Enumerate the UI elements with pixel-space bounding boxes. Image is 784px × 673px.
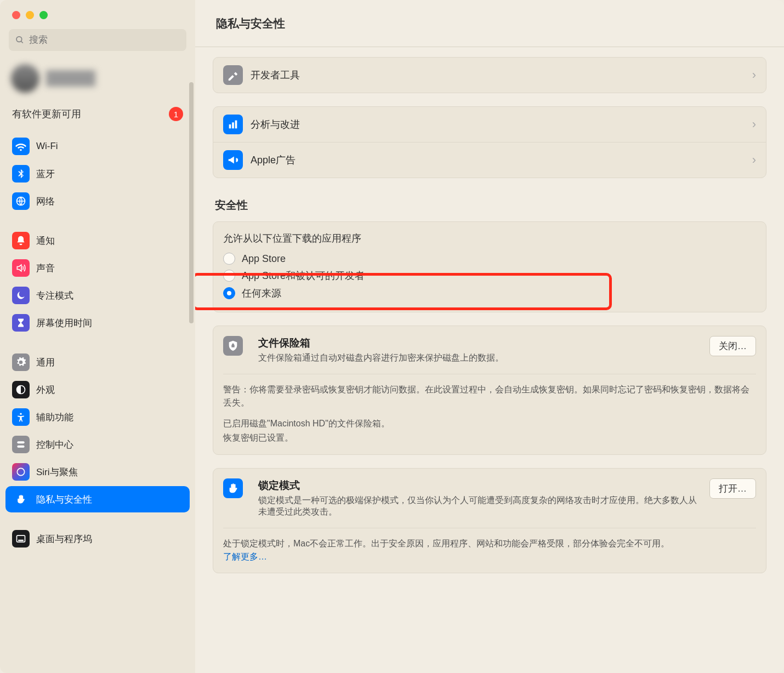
maximize-window-button[interactable] <box>39 11 48 19</box>
sidebar-item-label: Siri与聚焦 <box>36 466 78 478</box>
security-section-title: 安全性 <box>215 198 766 213</box>
row-label: Apple广告 <box>251 153 752 167</box>
sidebar-item-label: 隐私与安全性 <box>36 493 92 506</box>
search-input[interactable] <box>29 35 180 45</box>
sidebar-item-siri[interactable]: Siri与聚焦 <box>5 459 190 485</box>
sidebar-item-label: 外观 <box>36 384 55 396</box>
svg-point-7 <box>17 468 24 475</box>
user-name <box>46 70 95 87</box>
sidebar-item-label: 通知 <box>36 235 55 247</box>
sidebar-item-general[interactable]: 通用 <box>5 349 190 375</box>
svg-point-0 <box>16 37 22 42</box>
chevron-right-icon: › <box>752 117 756 132</box>
moon-icon <box>12 287 30 304</box>
filevault-status: 恢复密钥已设置。 <box>223 431 756 444</box>
row-developer-tools[interactable]: 开发者工具 › <box>213 58 766 93</box>
svg-line-1 <box>21 41 22 43</box>
learn-more-link[interactable]: 了解更多… <box>223 552 267 561</box>
switches-icon <box>12 436 30 453</box>
lockdown-title: 锁定模式 <box>258 478 702 493</box>
search-box[interactable] <box>9 29 186 51</box>
dock-icon <box>12 530 30 547</box>
sidebar-item-label: 通用 <box>36 356 55 369</box>
titlebar: 隐私与安全性 <box>195 0 784 47</box>
sidebar-scrollbar[interactable] <box>189 82 194 323</box>
speaker-icon <box>12 259 30 277</box>
chart-icon <box>223 115 243 134</box>
radio-icon <box>223 270 235 282</box>
sidebar-item-network[interactable]: 网络 <box>5 188 190 214</box>
sidebar-item-sound[interactable]: 声音 <box>5 255 190 281</box>
radio-icon <box>223 253 235 265</box>
minimize-window-button[interactable] <box>26 11 34 19</box>
filevault-warning: 警告：你将需要登录密码或恢复密钥才能访问数据。在此设置过程中，会自动生成恢复密钥… <box>223 383 756 409</box>
chevron-right-icon: › <box>752 153 756 167</box>
row-analytics[interactable]: 分析与改进 › <box>213 107 766 142</box>
bell-icon <box>12 232 30 249</box>
sidebar-item-control-center[interactable]: 控制中心 <box>5 431 190 458</box>
lockdown-desc: 锁定模式是一种可选的极端保护模式，仅当你认为个人可能遭受到高度复杂的网络攻击时才… <box>258 495 702 518</box>
svg-rect-6 <box>17 446 24 448</box>
svg-rect-9 <box>18 540 24 541</box>
software-update-row[interactable]: 有软件更新可用 1 <box>0 99 195 131</box>
siri-icon <box>12 463 30 481</box>
megaphone-icon <box>223 150 243 170</box>
svg-rect-5 <box>17 441 24 443</box>
radio-icon <box>223 287 235 299</box>
svg-rect-11 <box>232 122 234 128</box>
avatar <box>11 64 39 93</box>
sidebar-item-label: 蓝牙 <box>36 168 55 180</box>
filevault-icon <box>223 336 243 356</box>
filevault-title: 文件保险箱 <box>258 336 702 350</box>
close-window-button[interactable] <box>12 11 20 19</box>
sidebar-item-accessibility[interactable]: 辅助功能 <box>5 404 190 430</box>
sidebar-item-wifi[interactable]: Wi-Fi <box>5 133 190 159</box>
allow-apps-title: 允许从以下位置下载的应用程序 <box>223 232 756 245</box>
update-label: 有软件更新可用 <box>12 107 81 121</box>
bluetooth-icon <box>12 165 30 182</box>
accessibility-icon <box>12 408 30 426</box>
page-title: 隐私与安全性 <box>216 16 285 31</box>
globe-icon <box>12 192 30 210</box>
row-label: 开发者工具 <box>251 69 752 82</box>
lockdown-icon <box>223 478 243 498</box>
lockdown-body: 处于锁定模式时，Mac不会正常工作。出于安全原因，应用程序、网站和功能会严格受限… <box>223 537 756 550</box>
radio-label: App Store和被认可的开发者 <box>242 269 365 282</box>
radio-label: 任何来源 <box>242 287 281 300</box>
hourglass-icon <box>12 314 30 332</box>
sidebar-item-desktop-dock[interactable]: 桌面与程序坞 <box>5 526 190 552</box>
sidebar-item-label: 网络 <box>36 195 55 208</box>
svg-rect-12 <box>235 121 237 129</box>
radio-anywhere[interactable]: 任何来源 <box>223 284 756 302</box>
filevault-toggle-button[interactable]: 关闭… <box>709 336 756 356</box>
sidebar-item-label: Wi-Fi <box>36 141 58 152</box>
sidebar-item-label: 控制中心 <box>36 438 73 451</box>
svg-rect-10 <box>229 124 231 128</box>
update-badge: 1 <box>169 107 183 121</box>
search-icon <box>15 35 25 45</box>
sidebar-item-appearance[interactable]: 外观 <box>5 377 190 403</box>
hammer-icon <box>223 65 243 85</box>
row-label: 分析与改进 <box>251 118 752 131</box>
sidebar-item-focus[interactable]: 专注模式 <box>5 282 190 309</box>
lockdown-toggle-button[interactable]: 打开… <box>709 478 756 499</box>
filevault-desc: 文件保险箱通过自动对磁盘内容进行加密来保护磁盘上的数据。 <box>258 352 702 364</box>
sidebar-item-label: 桌面与程序坞 <box>36 533 92 545</box>
sidebar-item-screentime[interactable]: 屏幕使用时间 <box>5 310 190 336</box>
sidebar-item-bluetooth[interactable]: 蓝牙 <box>5 161 190 187</box>
chevron-right-icon: › <box>752 68 756 82</box>
wifi-icon <box>12 138 30 155</box>
appearance-icon <box>12 381 30 398</box>
apple-id-row[interactable] <box>0 58 195 99</box>
row-apple-ads[interactable]: Apple广告 › <box>213 142 766 178</box>
radio-app-store[interactable]: App Store <box>223 250 756 267</box>
sidebar-item-notifications[interactable]: 通知 <box>5 227 190 254</box>
sidebar-item-label: 声音 <box>36 262 55 275</box>
sidebar-item-privacy[interactable]: 隐私与安全性 <box>5 486 190 512</box>
radio-identified-developers[interactable]: App Store和被认可的开发者 <box>223 267 756 284</box>
gear-icon <box>12 353 30 371</box>
sidebar-item-label: 辅助功能 <box>36 411 73 424</box>
radio-label: App Store <box>242 253 286 265</box>
hand-icon <box>12 491 30 508</box>
filevault-status: 已启用磁盘"Macintosh HD"的文件保险箱。 <box>223 417 756 430</box>
